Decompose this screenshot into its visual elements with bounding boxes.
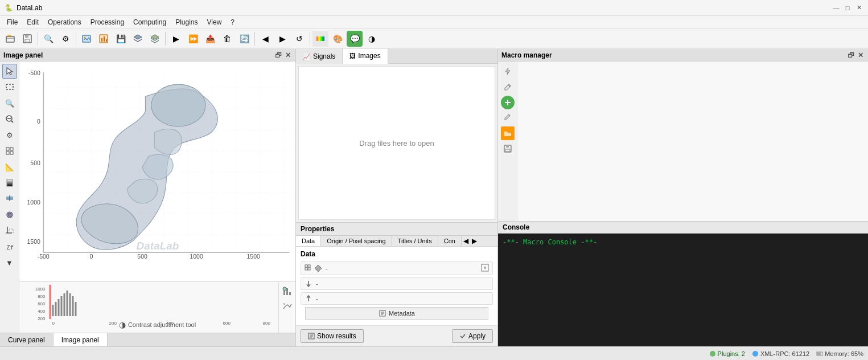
- export-button[interactable]: 📤: [202, 31, 218, 47]
- settings-button[interactable]: ⚙: [57, 31, 73, 47]
- svg-text:500: 500: [137, 253, 147, 260]
- apply-icon: [459, 333, 466, 339]
- contrast-toggle-button[interactable]: ◑: [364, 31, 380, 47]
- profile-btn[interactable]: [281, 300, 294, 314]
- prop-tab-con[interactable]: Con: [438, 236, 462, 246]
- prop-row-3-icons: [305, 294, 312, 302]
- open-macro-button[interactable]: [501, 126, 515, 140]
- svg-rect-9: [106, 39, 107, 42]
- signals-tab[interactable]: 📈 Signals: [296, 49, 343, 64]
- macro-panel-restore[interactable]: 🗗: [846, 51, 855, 59]
- drag-drop-area[interactable]: Drag files here to open: [298, 66, 495, 220]
- menu-edit[interactable]: Edit: [22, 17, 43, 27]
- menu-file[interactable]: File: [2, 17, 22, 27]
- image-panel-tab[interactable]: Image panel: [54, 333, 108, 346]
- prop-tab-origin[interactable]: Origin / Pixel spacing: [321, 236, 392, 246]
- svg-point-23: [8, 213, 11, 216]
- svg-point-91: [710, 351, 715, 357]
- menu-help[interactable]: ?: [226, 17, 239, 27]
- gradient-tool[interactable]: [2, 175, 17, 190]
- menu-operations[interactable]: Operations: [43, 17, 86, 27]
- prop-tab-prev-arrow[interactable]: ◀: [462, 236, 470, 246]
- histogram-btn[interactable]: [281, 284, 294, 298]
- svg-rect-7: [101, 38, 102, 42]
- svg-rect-65: [289, 292, 291, 295]
- minimize-button[interactable]: —: [832, 3, 841, 13]
- save-button[interactable]: [19, 31, 35, 47]
- gear-tool[interactable]: ⚙: [2, 128, 17, 142]
- play-button[interactable]: ▶: [168, 31, 184, 47]
- macro-panel-controls: 🗗 ✕: [846, 51, 865, 59]
- refresh-button[interactable]: 🔄: [236, 31, 252, 47]
- crop-tool[interactable]: [2, 223, 17, 238]
- save-macro-button[interactable]: [500, 141, 515, 156]
- signals-icon: 📈: [303, 53, 311, 60]
- zoom-in-tool[interactable]: 🔍: [2, 96, 17, 111]
- prev-button[interactable]: ◀: [257, 31, 273, 47]
- play2-button[interactable]: ⏩: [185, 31, 201, 47]
- close-button[interactable]: ✕: [854, 3, 863, 13]
- svg-rect-15: [6, 148, 9, 150]
- toolbar-separator-3: [165, 32, 166, 46]
- edit2-macro-button[interactable]: [500, 111, 515, 125]
- layers2-button[interactable]: [147, 31, 163, 47]
- svg-rect-0: [6, 36, 14, 42]
- plugins-status: Plugins: 2: [709, 350, 745, 357]
- next-button[interactable]: ▶: [274, 31, 290, 47]
- image-panel-close[interactable]: ✕: [284, 51, 292, 59]
- svg-text:200: 200: [38, 316, 46, 321]
- svg-rect-51: [72, 296, 74, 316]
- rectangle-tool[interactable]: [2, 80, 17, 95]
- svg-rect-94: [817, 353, 821, 355]
- ruler-tool[interactable]: 📐: [2, 159, 17, 174]
- palette-button[interactable]: 🎨: [330, 31, 345, 47]
- prop-tab-titles[interactable]: Titles / Units: [392, 236, 438, 246]
- chat-button[interactable]: 💬: [347, 31, 363, 47]
- restore-button[interactable]: □: [843, 3, 852, 13]
- expand-tool[interactable]: ▼: [2, 255, 17, 270]
- edit-macro-button[interactable]: [500, 80, 515, 95]
- reset-button[interactable]: ↺: [291, 31, 307, 47]
- save2-button[interactable]: 💾: [113, 31, 129, 47]
- add-macro-button[interactable]: [501, 96, 515, 109]
- open-button[interactable]: [2, 31, 18, 47]
- script-tool[interactable]: Zf: [2, 239, 17, 254]
- snake-svg: -500 0 500 1000 1500 -500 0 500 1000 150…: [19, 62, 295, 281]
- menu-plugins[interactable]: Plugins: [171, 17, 202, 27]
- svg-rect-89: [506, 145, 509, 148]
- menu-computing[interactable]: Computing: [129, 17, 171, 27]
- svg-rect-43: [50, 285, 51, 319]
- new-image-button[interactable]: [79, 31, 94, 47]
- prop-tab-next-arrow[interactable]: ▶: [470, 236, 479, 246]
- lut-tool[interactable]: [2, 191, 17, 206]
- lut-button[interactable]: [312, 31, 328, 47]
- image-panel-controls: 🗗 ✕: [274, 51, 292, 59]
- metadata-button[interactable]: Metadata: [305, 307, 488, 320]
- image-panel-restore[interactable]: 🗗: [274, 51, 283, 59]
- data-section-label: Data: [301, 250, 493, 258]
- properties-content: Data -: [296, 247, 497, 325]
- grid-tool[interactable]: [2, 144, 17, 158]
- select-tool[interactable]: [2, 64, 17, 79]
- zoom-out-tool[interactable]: [2, 112, 17, 126]
- chart-button[interactable]: [96, 31, 112, 47]
- delete-button[interactable]: 🗑: [219, 31, 235, 47]
- diamond-icon: [314, 264, 322, 272]
- prop-row-1-button[interactable]: [481, 264, 489, 273]
- layers-button[interactable]: [130, 31, 146, 47]
- curve-panel-tab[interactable]: Curve panel: [0, 333, 54, 346]
- run-macro-button[interactable]: [500, 64, 515, 79]
- menu-processing[interactable]: Processing: [86, 17, 129, 27]
- images-tab[interactable]: 🖼 Images: [343, 49, 388, 64]
- zoom-button[interactable]: 🔍: [40, 31, 56, 47]
- main-chart[interactable]: -500 0 500 1000 1500 -500 0 500 1000 150…: [19, 62, 295, 281]
- show-results-label: Show results: [317, 332, 356, 340]
- menu-view[interactable]: View: [203, 17, 227, 27]
- macro-panel-close[interactable]: ✕: [857, 51, 865, 59]
- show-results-button[interactable]: Show results: [301, 329, 364, 343]
- console-output[interactable]: -**- Macro Console -**-: [498, 234, 868, 346]
- properties-section: Properties Data Origin / Pixel spacing T…: [296, 222, 497, 346]
- prop-tab-data[interactable]: Data: [296, 236, 321, 246]
- filter-tool[interactable]: [2, 207, 17, 222]
- apply-button[interactable]: Apply: [452, 329, 493, 343]
